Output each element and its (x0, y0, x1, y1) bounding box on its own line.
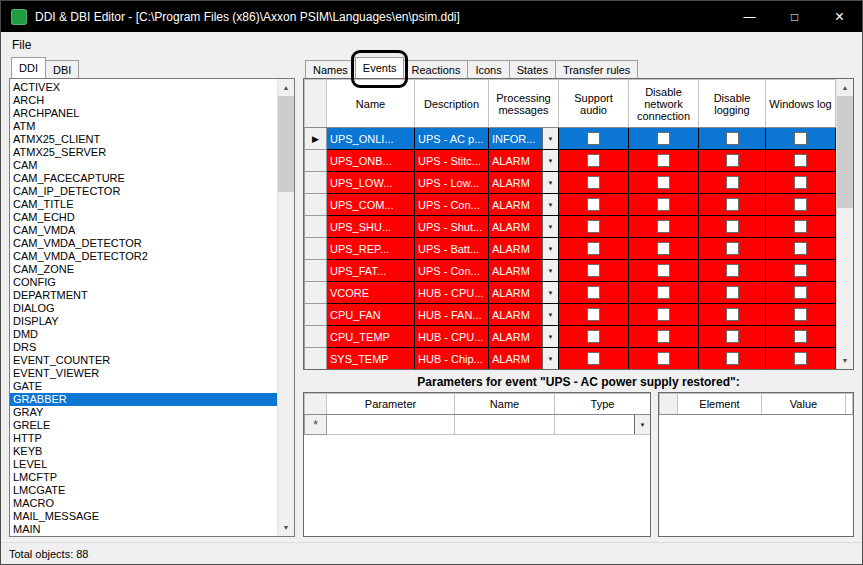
cell-description[interactable]: HUB - Chip... (415, 348, 489, 370)
disable-logging-checkbox[interactable] (726, 154, 739, 167)
row-selector[interactable] (305, 172, 327, 194)
windows-log-checkbox[interactable] (794, 220, 807, 233)
column-header-parameter[interactable]: Parameter (327, 394, 455, 415)
disable-network-connection-checkbox[interactable] (657, 132, 670, 145)
cell-processing-messages[interactable]: ALARM▼ (489, 304, 559, 326)
column-header-type[interactable]: Type (555, 394, 651, 415)
scroll-down-icon[interactable]: ▼ (278, 519, 294, 536)
tab-events[interactable]: Events (355, 57, 405, 78)
minimize-button[interactable]: — (727, 1, 772, 32)
disable-logging-checkbox[interactable] (726, 176, 739, 189)
cell-processing-messages[interactable]: ALARM▼ (489, 172, 559, 194)
dropdown-button[interactable]: ▼ (542, 260, 558, 281)
cell-disable-network-connection[interactable] (629, 348, 699, 370)
list-item-cam_title[interactable]: CAM_TITLE (10, 198, 277, 211)
object-listbox[interactable]: ACTIVEXARCHARCHPANELATMATMX25_CLIENTATMX… (9, 78, 295, 537)
list-item-lmcgate[interactable]: LMCGATE (10, 484, 277, 497)
cell-disable-logging[interactable] (699, 238, 766, 260)
list-item-gray[interactable]: GRAY (10, 406, 277, 419)
disable-logging-checkbox[interactable] (726, 242, 739, 255)
list-item-macro[interactable]: MACRO (10, 497, 277, 510)
row-selector[interactable]: ▶ (305, 128, 327, 150)
column-header-element[interactable]: Element (678, 394, 762, 415)
row-selector[interactable] (305, 348, 327, 370)
disable-network-connection-checkbox[interactable] (657, 352, 670, 365)
list-item-display[interactable]: DISPLAY (10, 315, 277, 328)
cell-support-audio[interactable] (559, 282, 629, 304)
cell-disable-network-connection[interactable] (629, 304, 699, 326)
cell-disable-logging[interactable] (699, 172, 766, 194)
cell-windows-log[interactable] (766, 304, 836, 326)
cell-description[interactable]: HUB - FAN... (415, 304, 489, 326)
support-audio-checkbox[interactable] (587, 220, 600, 233)
grid-scrollbar[interactable]: ▲ ▼ (836, 79, 853, 369)
disable-logging-checkbox[interactable] (726, 198, 739, 211)
parameter-cell[interactable] (327, 415, 455, 435)
cell-support-audio[interactable] (559, 260, 629, 282)
cell-name[interactable]: CPU_FAN (327, 304, 415, 326)
disable-network-connection-checkbox[interactable] (657, 242, 670, 255)
cell-disable-network-connection[interactable] (629, 238, 699, 260)
cell-disable-logging[interactable] (699, 260, 766, 282)
cell-disable-logging[interactable] (699, 282, 766, 304)
cell-disable-logging[interactable] (699, 150, 766, 172)
column-header-value[interactable]: Value (762, 394, 846, 415)
cell-processing-messages[interactable]: INFOR...▼ (489, 128, 559, 150)
disable-network-connection-checkbox[interactable] (657, 176, 670, 189)
support-audio-checkbox[interactable] (587, 308, 600, 321)
cell-processing-messages[interactable]: ALARM▼ (489, 260, 559, 282)
tab-states[interactable]: States (509, 60, 556, 78)
cell-windows-log[interactable] (766, 172, 836, 194)
disable-network-connection-checkbox[interactable] (657, 264, 670, 277)
cell-description[interactable]: UPS - Stitc... (415, 150, 489, 172)
cell-support-audio[interactable] (559, 194, 629, 216)
support-audio-checkbox[interactable] (587, 132, 600, 145)
list-item-archpanel[interactable]: ARCHPANEL (10, 107, 277, 120)
cell-description[interactable]: HUB - CPU... (415, 326, 489, 348)
dropdown-button[interactable]: ▼ (542, 172, 558, 193)
list-item-department[interactable]: DEPARTMENT (10, 289, 277, 302)
list-item-activex[interactable]: ACTIVEX (10, 81, 277, 94)
column-header-disable-network-connection[interactable]: Disable network connection (629, 80, 699, 128)
cell-windows-log[interactable] (766, 216, 836, 238)
disable-network-connection-checkbox[interactable] (657, 220, 670, 233)
disable-logging-checkbox[interactable] (726, 352, 739, 365)
cell-disable-logging[interactable] (699, 304, 766, 326)
row-selector[interactable] (305, 326, 327, 348)
support-audio-checkbox[interactable] (587, 286, 600, 299)
disable-network-connection-checkbox[interactable] (657, 198, 670, 211)
list-item-config[interactable]: CONFIG (10, 276, 277, 289)
dropdown-button[interactable]: ▼ (542, 216, 558, 237)
tab-icons[interactable]: Icons (467, 60, 509, 78)
list-item-event_counter[interactable]: EVENT_COUNTER (10, 354, 277, 367)
cell-name[interactable]: UPS_REP... (327, 238, 415, 260)
list-item-cam_ip_detector[interactable]: CAM_IP_DETECTOR (10, 185, 277, 198)
list-item-keyb[interactable]: KEYB (10, 445, 277, 458)
row-selector[interactable] (305, 238, 327, 260)
column-header-disable-logging[interactable]: Disable logging (699, 80, 766, 128)
cell-disable-network-connection[interactable] (629, 194, 699, 216)
list-scrollbar[interactable]: ▲ ▼ (277, 79, 294, 536)
cell-description[interactable]: UPS - Shut... (415, 216, 489, 238)
cell-name[interactable]: CPU_TEMP (327, 326, 415, 348)
cell-disable-logging[interactable] (699, 326, 766, 348)
row-selector[interactable] (305, 150, 327, 172)
tab-reactions[interactable]: Reactions (403, 60, 468, 78)
windows-log-checkbox[interactable] (794, 308, 807, 321)
cell-description[interactable]: UPS - Batt... (415, 238, 489, 260)
scrollbar-track[interactable] (837, 96, 853, 352)
dropdown-button[interactable]: ▼ (634, 415, 650, 434)
type-cell[interactable]: ▼ (555, 415, 651, 435)
cell-support-audio[interactable] (559, 172, 629, 194)
disable-logging-checkbox[interactable] (726, 220, 739, 233)
row-selector[interactable] (305, 304, 327, 326)
cell-windows-log[interactable] (766, 348, 836, 370)
row-selector[interactable] (305, 216, 327, 238)
scroll-up-icon[interactable]: ▲ (278, 79, 294, 96)
list-item-grabber[interactable]: GRABBER (10, 393, 277, 406)
column-header-windows-log[interactable]: Windows log (766, 80, 836, 128)
list-item-dialog[interactable]: DIALOG (10, 302, 277, 315)
list-item-lmcftp[interactable]: LMCFTP (10, 471, 277, 484)
tab-transfer-rules[interactable]: Transfer rules (555, 60, 638, 78)
dropdown-button[interactable]: ▼ (542, 194, 558, 215)
